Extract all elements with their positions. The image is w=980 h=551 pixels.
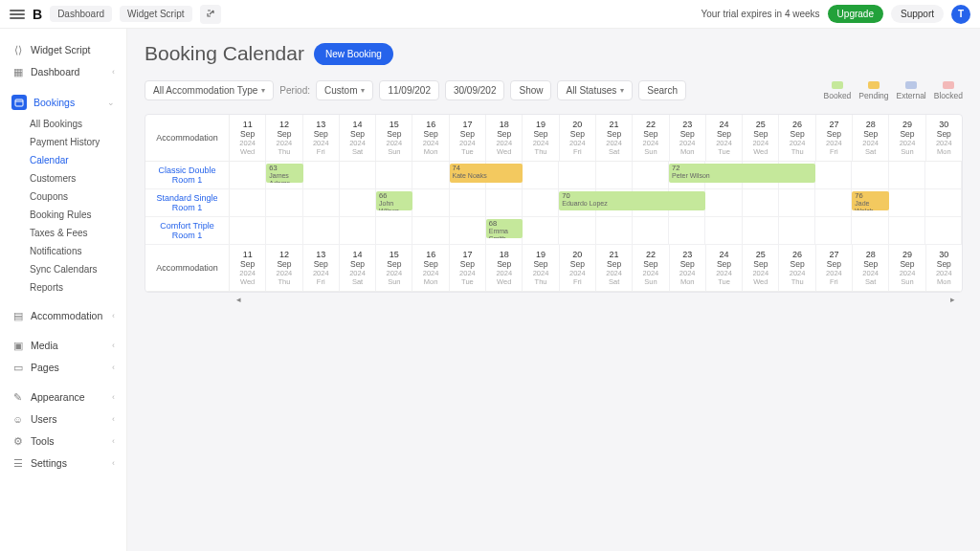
calendar-cell[interactable] bbox=[303, 162, 340, 188]
filter-status[interactable]: All Statuses ▾ bbox=[557, 80, 633, 100]
booking-bar[interactable]: 72Peter Wilson bbox=[669, 164, 815, 183]
calendar-cell[interactable] bbox=[376, 217, 412, 244]
calendar-cell[interactable] bbox=[303, 217, 340, 244]
calendar-cell[interactable] bbox=[852, 217, 888, 244]
calendar-cell[interactable] bbox=[266, 217, 302, 244]
calendar-cell[interactable] bbox=[889, 162, 925, 188]
sidebar-item-accommodation[interactable]: ▤ Accommodation ‹ bbox=[0, 304, 126, 326]
sidebar-item-users[interactable]: ☺ Users ‹ bbox=[0, 408, 126, 430]
calendar-cell[interactable] bbox=[815, 162, 852, 188]
calendar-cell[interactable] bbox=[596, 217, 633, 244]
calendar-cell[interactable] bbox=[340, 162, 376, 188]
calendar-cell[interactable] bbox=[815, 189, 852, 216]
booking-bar[interactable]: 74Kate Noaks bbox=[450, 164, 523, 183]
breadcrumb-dashboard[interactable]: Dashboard bbox=[50, 6, 112, 22]
calendar-cell[interactable] bbox=[412, 189, 449, 216]
sidebar-sub-customers[interactable]: Customers bbox=[0, 169, 126, 187]
calendar-cell[interactable] bbox=[486, 189, 523, 216]
calendar-cell[interactable] bbox=[450, 189, 486, 216]
calendar-cell[interactable] bbox=[633, 217, 669, 244]
sidebar-sub-sync-calendars[interactable]: Sync Calendars bbox=[0, 260, 126, 278]
calendar-cell[interactable] bbox=[559, 217, 595, 244]
filter-period[interactable]: Custom ▾ bbox=[316, 80, 373, 100]
calendar-cell[interactable] bbox=[925, 162, 962, 188]
calendar-cell[interactable] bbox=[779, 189, 815, 216]
room-link[interactable]: Standard Single Room 1 bbox=[149, 193, 225, 212]
support-button[interactable]: Support bbox=[891, 5, 944, 23]
calendar-cell[interactable] bbox=[412, 162, 449, 188]
scroll-left-icon[interactable]: ◂ bbox=[236, 295, 241, 304]
filter-accommodation-type[interactable]: All Accommodation Type ▾ bbox=[145, 80, 274, 100]
upgrade-button[interactable]: Upgrade bbox=[828, 5, 883, 23]
sidebar-item-tools[interactable]: ⚙ Tools ‹ bbox=[0, 430, 126, 452]
sidebar-sub-calendar[interactable]: Calendar bbox=[0, 151, 126, 169]
sidebar-item-settings[interactable]: ☰ Settings ‹ bbox=[0, 452, 126, 474]
calendar-day-header: 26Sep2024Thu bbox=[779, 245, 815, 291]
calendar-cell[interactable] bbox=[340, 189, 376, 216]
booking-bar[interactable]: 70Eduardo Lopez bbox=[559, 191, 705, 210]
sidebar-item-appearance[interactable]: ✎ Appearance ‹ bbox=[0, 386, 126, 408]
room-name-cell[interactable]: Standard Single Room 1 bbox=[145, 189, 230, 216]
calendar-cell[interactable] bbox=[815, 217, 852, 244]
calendar-cell[interactable] bbox=[230, 162, 266, 188]
sidebar-item-dashboard[interactable]: ▦ Dashboard ‹ bbox=[0, 60, 126, 82]
calendar-cell[interactable] bbox=[779, 217, 815, 244]
calendar-cell[interactable] bbox=[412, 217, 449, 244]
sidebar-sub-booking-rules[interactable]: Booking Rules bbox=[0, 206, 126, 224]
calendar-cell[interactable] bbox=[925, 217, 962, 244]
calendar-cell[interactable] bbox=[523, 189, 559, 216]
booking-bar[interactable]: 76Jade Welch bbox=[852, 191, 888, 210]
calendar-cell[interactable] bbox=[852, 162, 888, 188]
calendar-cell[interactable] bbox=[340, 217, 376, 244]
breadcrumb-widget-script[interactable]: Widget Script bbox=[120, 6, 191, 22]
calendar-header-row: Accommodation 11Sep2024Wed12Sep2024Thu13… bbox=[145, 115, 962, 162]
room-link[interactable]: Comfort Triple Room 1 bbox=[149, 221, 225, 240]
calendar-cell[interactable] bbox=[230, 217, 266, 244]
calendar-cell[interactable] bbox=[303, 189, 340, 216]
users-icon: ☺ bbox=[11, 412, 24, 425]
sidebar-item-bookings[interactable]: Bookings ⌄ bbox=[0, 90, 126, 115]
sidebar-sub-notifications[interactable]: Notifications bbox=[0, 242, 126, 260]
avatar[interactable]: T bbox=[951, 5, 970, 24]
calendar-cell[interactable] bbox=[743, 189, 779, 216]
sidebar-sub-payment-history[interactable]: Payment History bbox=[0, 133, 126, 151]
calendar-cell[interactable] bbox=[633, 162, 669, 188]
calendar-cell[interactable] bbox=[376, 162, 412, 188]
booking-bar[interactable]: 68Emma Smith bbox=[486, 219, 523, 238]
calendar-cell[interactable] bbox=[669, 217, 705, 244]
menu-icon[interactable] bbox=[10, 7, 25, 22]
sidebar-item-widget-script[interactable]: ⟨⟩ Widget Script bbox=[0, 38, 126, 60]
calendar-cell[interactable] bbox=[925, 189, 962, 216]
calendar-cell[interactable] bbox=[266, 189, 302, 216]
calendar-cell[interactable] bbox=[705, 189, 742, 216]
external-link-icon[interactable] bbox=[200, 5, 221, 24]
room-link[interactable]: Classic Double Room 1 bbox=[149, 165, 225, 185]
calendar-cell[interactable] bbox=[523, 217, 559, 244]
show-button[interactable]: Show bbox=[510, 80, 551, 100]
sidebar-sub-taxes-fees[interactable]: Taxes & Fees bbox=[0, 224, 126, 242]
calendar-cell[interactable] bbox=[889, 217, 925, 244]
filter-date-to[interactable]: 30/09/202 bbox=[445, 80, 505, 100]
filter-date-from[interactable]: 11/09/202 bbox=[379, 80, 439, 100]
sidebar-sub-all-bookings[interactable]: All Bookings bbox=[0, 115, 126, 133]
calendar-cell[interactable] bbox=[523, 162, 559, 188]
calendar-cell[interactable] bbox=[596, 162, 633, 188]
sidebar-item-media[interactable]: ▣ Media ‹ bbox=[0, 334, 126, 356]
sidebar-item-pages[interactable]: ▭ Pages ‹ bbox=[0, 356, 126, 378]
calendar-cell[interactable] bbox=[230, 189, 266, 216]
room-name-cell[interactable]: Classic Double Room 1 bbox=[145, 162, 230, 188]
new-booking-button[interactable]: New Booking bbox=[314, 43, 393, 65]
calendar-cell[interactable] bbox=[889, 189, 925, 216]
room-name-cell[interactable]: Comfort Triple Room 1 bbox=[145, 217, 230, 244]
search-button[interactable]: Search bbox=[638, 80, 686, 100]
sidebar-sub-reports[interactable]: Reports bbox=[0, 278, 126, 297]
booking-bar[interactable]: 63James Adams bbox=[266, 164, 302, 183]
scroll-right-icon[interactable]: ▸ bbox=[950, 295, 955, 304]
calendar-cell[interactable] bbox=[743, 217, 779, 244]
sidebar-sub-coupons[interactable]: Coupons bbox=[0, 187, 126, 206]
calendar-cell[interactable] bbox=[559, 162, 595, 188]
calendar-cell[interactable] bbox=[450, 217, 486, 244]
booking-bar[interactable]: 66John Wilson bbox=[376, 191, 412, 210]
calendar-cell[interactable] bbox=[705, 217, 742, 244]
sidebar-item-label: Dashboard bbox=[31, 66, 79, 77]
